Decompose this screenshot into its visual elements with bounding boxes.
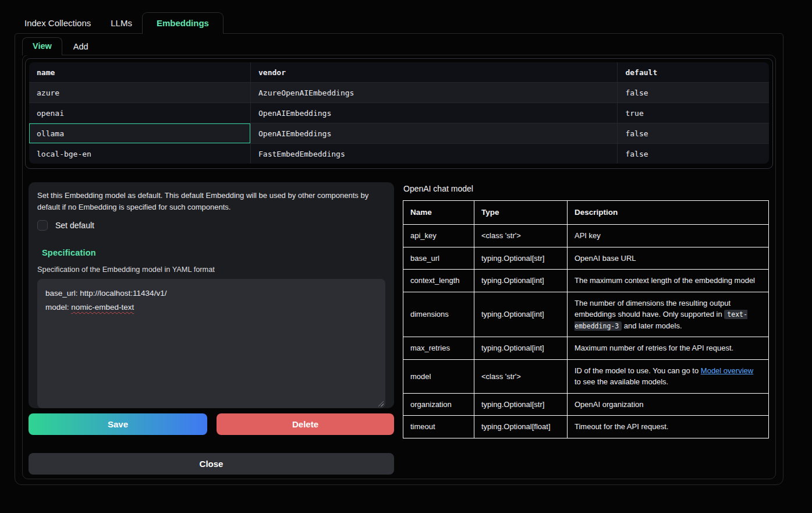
table-cell[interactable]: OpenAIEmbeddings — [250, 123, 617, 143]
selected-table-cell[interactable]: ollama — [29, 123, 250, 143]
table-cell[interactable]: openai — [29, 102, 250, 123]
set-default-label: Set default — [55, 221, 94, 230]
yaml-editor[interactable]: base_url: http://localhost:11434/v1/ mod… — [37, 279, 385, 408]
top-tab-bar: Index Collections LLMs Embeddings — [15, 12, 224, 34]
set-default-checkbox-row[interactable]: Set default — [37, 220, 385, 231]
doc-header-row: Name Type Description — [403, 201, 769, 225]
tab-index-collections[interactable]: Index Collections — [15, 13, 101, 34]
table-cell[interactable]: local-bge-en — [29, 143, 250, 164]
table-cell[interactable]: FastEmbedEmbeddings — [250, 143, 617, 164]
table-cell[interactable]: OpenAIEmbeddings — [250, 102, 617, 123]
subtab-view[interactable]: View — [22, 37, 62, 55]
doc-row-base-url: base_url typing.Optional[str] OpenAI bas… — [403, 247, 769, 270]
doc-column-description: Description — [568, 201, 769, 225]
yaml-line: model: nomic-embed-text — [45, 300, 377, 314]
doc-row-api-key: api_key <class 'str'> API key — [403, 225, 769, 247]
doc-row-max-retries: max_retries typing.Optional[int] Maximum… — [403, 337, 769, 360]
embeddings-panel: View Add name vendor default — [15, 33, 783, 485]
embeddings-table-wrapper: name vendor default azure AzureOpenAIEmb… — [25, 58, 773, 169]
table-row-openai[interactable]: openai OpenAIEmbeddings true — [29, 102, 769, 123]
table-header-row: name vendor default — [29, 62, 769, 82]
sub-tab-bar: View Add — [22, 37, 100, 55]
misspelled-word: nomic-embed-text — [71, 303, 134, 312]
embeddings-table: name vendor default azure AzureOpenAIEmb… — [29, 62, 769, 164]
default-settings-group: Set this Embedding model as default. Thi… — [29, 182, 394, 408]
doc-row-context-length: context_length typing.Optional[int] The … — [403, 270, 769, 292]
doc-row-organization: organization typing.Optional[str] OpenAI… — [403, 393, 769, 416]
doc-row-timeout: timeout typing.Optional[float] Timeout f… — [403, 416, 769, 438]
tab-llms[interactable]: LLMs — [101, 13, 142, 34]
column-header-default[interactable]: default — [617, 62, 769, 82]
set-default-checkbox[interactable] — [37, 220, 48, 231]
table-row-azure[interactable]: azure AzureOpenAIEmbeddings false — [29, 82, 769, 102]
resize-handle-icon[interactable] — [377, 400, 384, 406]
param-doc-group: OpenAI chat model Name Type Description … — [403, 184, 769, 438]
embeddings-table-scroll: name vendor default azure AzureOpenAIEmb… — [29, 62, 769, 164]
save-button[interactable]: Save — [29, 413, 207, 435]
view-tab-panel: name vendor default azure AzureOpenAIEmb… — [22, 55, 776, 479]
specification-caption: Specification of the Embedding model in … — [37, 265, 385, 274]
table-cell[interactable]: false — [617, 82, 769, 102]
table-cell[interactable]: azure — [29, 82, 250, 102]
doc-row-dimensions: dimensions typing.Optional[int] The numb… — [403, 292, 769, 337]
yaml-line: base_url: http://localhost:11434/v1/ — [45, 286, 377, 300]
default-info-text: Set this Embedding model as default. Thi… — [37, 190, 385, 213]
table-row-ollama[interactable]: ollama OpenAIEmbeddings false — [29, 123, 769, 143]
table-row-local-bge-en[interactable]: local-bge-en FastEmbedEmbeddings false — [29, 143, 769, 164]
param-doc-title: OpenAI chat model — [403, 184, 769, 193]
subtab-add[interactable]: Add — [62, 38, 100, 55]
close-button[interactable]: Close — [29, 453, 394, 475]
specification-heading: Specification — [42, 248, 385, 257]
model-overview-link[interactable]: Model overview — [701, 366, 753, 375]
tab-embeddings[interactable]: Embeddings — [142, 12, 224, 34]
doc-column-name: Name — [403, 201, 474, 225]
doc-column-type: Type — [474, 201, 568, 225]
delete-button[interactable]: Delete — [217, 413, 394, 435]
column-header-name[interactable]: name — [29, 62, 250, 82]
doc-row-model: model <class 'str'> ID of the model to u… — [403, 359, 769, 393]
table-cell[interactable]: true — [617, 102, 769, 123]
column-header-vendor[interactable]: vendor — [250, 62, 617, 82]
table-cell[interactable]: false — [617, 123, 769, 143]
table-cell[interactable]: AzureOpenAIEmbeddings — [250, 82, 617, 102]
table-cell[interactable]: false — [617, 143, 769, 164]
app-root: Index Collections LLMs Embeddings View A… — [0, 0, 812, 513]
param-doc-table: Name Type Description api_key <class 'st… — [403, 200, 769, 438]
